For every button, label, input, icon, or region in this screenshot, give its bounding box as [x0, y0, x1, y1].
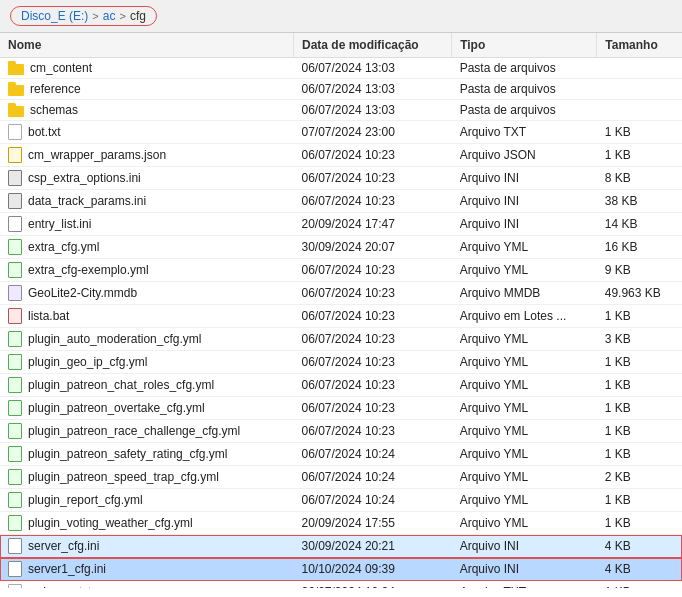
file-type-cell: Arquivo YML	[452, 351, 597, 374]
file-modified-cell: 06/07/2024 10:23	[294, 420, 452, 443]
col-size[interactable]: Tamanho	[597, 33, 682, 58]
file-type-cell: Arquivo em Lotes ...	[452, 305, 597, 328]
file-modified-cell: 06/07/2024 10:23	[294, 144, 452, 167]
file-modified-cell: 06/07/2024 10:24	[294, 581, 452, 589]
file-name-cell: data_track_params.ini	[0, 190, 294, 213]
breadcrumb-folder1[interactable]: ac	[103, 9, 116, 23]
breadcrumb-drive[interactable]: Disco_E (E:)	[21, 9, 88, 23]
file-type-cell: Arquivo INI	[452, 167, 597, 190]
table-row[interactable]: server1_cfg.ini 10/10/2024 09:39 Arquivo…	[0, 558, 682, 581]
table-row[interactable]: bot.txt 07/07/2024 23:00 Arquivo TXT 1 K…	[0, 121, 682, 144]
file-icon-txt	[8, 584, 22, 588]
file-size-cell	[597, 58, 682, 79]
file-type-cell: Arquivo YML	[452, 374, 597, 397]
file-size-cell: 3 KB	[597, 328, 682, 351]
file-name-label: csp_extra_options.ini	[28, 171, 141, 185]
file-type-cell: Arquivo YML	[452, 443, 597, 466]
table-row[interactable]: plugin_patreon_safety_rating_cfg.yml 06/…	[0, 443, 682, 466]
file-name-label: extra_cfg.yml	[28, 240, 99, 254]
file-name-cell: plugin_patreon_chat_roles_cfg.yml	[0, 374, 294, 397]
file-name-label: lista.bat	[28, 309, 69, 323]
file-size-cell: 4 KB	[597, 535, 682, 558]
file-name-cell: csp_extra_options.ini	[0, 167, 294, 190]
file-modified-cell: 06/07/2024 13:03	[294, 79, 452, 100]
table-row[interactable]: plugin_patreon_overtake_cfg.yml 06/07/20…	[0, 397, 682, 420]
file-type-cell: Arquivo INI	[452, 190, 597, 213]
table-row[interactable]: plugin_patreon_race_challenge_cfg.yml 06…	[0, 420, 682, 443]
file-modified-cell: 06/07/2024 10:23	[294, 374, 452, 397]
file-icon-ini-gear	[8, 193, 22, 209]
file-modified-cell: 06/07/2024 10:23	[294, 351, 452, 374]
file-type-cell: Pasta de arquivos	[452, 100, 597, 121]
file-icon-yml	[8, 423, 22, 439]
file-type-cell: Arquivo INI	[452, 213, 597, 236]
table-header-row: Nome Data de modificação Tipo Tamanho	[0, 33, 682, 58]
breadcrumb-container[interactable]: Disco_E (E:) > ac > cfg	[10, 6, 157, 26]
file-name-label: welcome.txt	[28, 585, 91, 588]
table-row[interactable]: welcome.txt 06/07/2024 10:24 Arquivo TXT…	[0, 581, 682, 589]
col-name[interactable]: Nome	[0, 33, 294, 58]
file-name-cell: cm_content	[0, 58, 294, 79]
file-icon-ini	[8, 216, 22, 232]
table-row[interactable]: plugin_voting_weather_cfg.yml 20/09/2024…	[0, 512, 682, 535]
breadcrumb-folder2: cfg	[130, 9, 146, 23]
table-row[interactable]: extra_cfg.yml 30/09/2024 20:07 Arquivo Y…	[0, 236, 682, 259]
table-row[interactable]: plugin_patreon_chat_roles_cfg.yml 06/07/…	[0, 374, 682, 397]
file-name-label: server1_cfg.ini	[28, 562, 106, 576]
file-size-cell: 1 KB	[597, 581, 682, 589]
file-name-label: schemas	[30, 103, 78, 117]
file-name-cell: plugin_report_cfg.yml	[0, 489, 294, 512]
file-type-cell: Arquivo YML	[452, 328, 597, 351]
file-modified-cell: 20/09/2024 17:47	[294, 213, 452, 236]
table-row[interactable]: plugin_geo_ip_cfg.yml 06/07/2024 10:23 A…	[0, 351, 682, 374]
table-row[interactable]: extra_cfg-exemplo.yml 06/07/2024 10:23 A…	[0, 259, 682, 282]
file-size-cell: 8 KB	[597, 167, 682, 190]
file-type-cell: Arquivo TXT	[452, 121, 597, 144]
file-icon-yml	[8, 400, 22, 416]
file-icon-json	[8, 147, 22, 163]
file-name-cell: plugin_patreon_race_challenge_cfg.yml	[0, 420, 294, 443]
table-row[interactable]: cm_content 06/07/2024 13:03 Pasta de arq…	[0, 58, 682, 79]
file-icon-yml	[8, 239, 22, 255]
file-type-cell: Arquivo JSON	[452, 144, 597, 167]
table-row[interactable]: GeoLite2-City.mmdb 06/07/2024 10:23 Arqu…	[0, 282, 682, 305]
file-name-cell: plugin_voting_weather_cfg.yml	[0, 512, 294, 535]
table-row[interactable]: schemas 06/07/2024 13:03 Pasta de arquiv…	[0, 100, 682, 121]
file-type-cell: Arquivo YML	[452, 489, 597, 512]
file-modified-cell: 06/07/2024 10:23	[294, 282, 452, 305]
file-modified-cell: 30/09/2024 20:21	[294, 535, 452, 558]
col-modified[interactable]: Data de modificação	[294, 33, 452, 58]
file-name-label: bot.txt	[28, 125, 61, 139]
file-name-cell: plugin_geo_ip_cfg.yml	[0, 351, 294, 374]
table-row[interactable]: plugin_report_cfg.yml 06/07/2024 10:24 A…	[0, 489, 682, 512]
breadcrumb-sep1: >	[92, 10, 98, 22]
table-row[interactable]: lista.bat 06/07/2024 10:23 Arquivo em Lo…	[0, 305, 682, 328]
table-row[interactable]: data_track_params.ini 06/07/2024 10:23 A…	[0, 190, 682, 213]
file-size-cell: 14 KB	[597, 213, 682, 236]
file-modified-cell: 06/07/2024 10:24	[294, 443, 452, 466]
file-name-label: cm_content	[30, 61, 92, 75]
table-row[interactable]: plugin_patreon_speed_trap_cfg.yml 06/07/…	[0, 466, 682, 489]
file-size-cell: 16 KB	[597, 236, 682, 259]
table-row[interactable]: reference 06/07/2024 13:03 Pasta de arqu…	[0, 79, 682, 100]
file-modified-cell: 06/07/2024 13:03	[294, 58, 452, 79]
table-row[interactable]: cm_wrapper_params.json 06/07/2024 10:23 …	[0, 144, 682, 167]
file-modified-cell: 06/07/2024 13:03	[294, 100, 452, 121]
breadcrumb-bar: Disco_E (E:) > ac > cfg	[0, 0, 682, 33]
file-size-cell: 1 KB	[597, 374, 682, 397]
table-row[interactable]: server_cfg.ini 30/09/2024 20:21 Arquivo …	[0, 535, 682, 558]
breadcrumb-sep2: >	[119, 10, 125, 22]
file-name-cell: schemas	[0, 100, 294, 121]
file-size-cell: 1 KB	[597, 443, 682, 466]
file-type-cell: Arquivo YML	[452, 236, 597, 259]
file-type-cell: Arquivo INI	[452, 535, 597, 558]
table-row[interactable]: csp_extra_options.ini 06/07/2024 10:23 A…	[0, 167, 682, 190]
folder-icon	[8, 103, 24, 117]
file-type-cell: Arquivo YML	[452, 397, 597, 420]
file-name-label: plugin_report_cfg.yml	[28, 493, 143, 507]
table-row[interactable]: plugin_auto_moderation_cfg.yml 06/07/202…	[0, 328, 682, 351]
table-row[interactable]: entry_list.ini 20/09/2024 17:47 Arquivo …	[0, 213, 682, 236]
file-size-cell	[597, 100, 682, 121]
col-type[interactable]: Tipo	[452, 33, 597, 58]
file-icon-bat	[8, 308, 22, 324]
